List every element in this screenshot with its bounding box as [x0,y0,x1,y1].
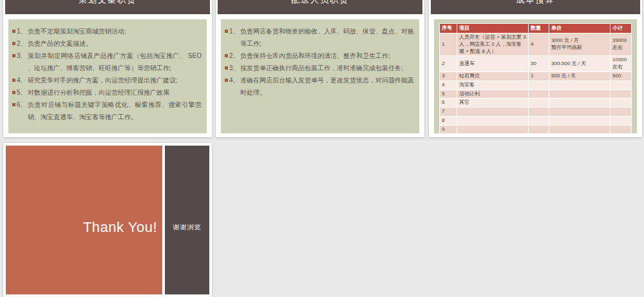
table-cell [549,99,611,108]
bullet-number: 3、 [229,62,240,74]
slide-thumbnail-delivery[interactable]: 配送人员职责 1、负责网店备货和物资的验收、入库、码放、保管、盘点、对账等工作;… [216,0,424,137]
slide-title-bar: 策划文案职责 [5,0,210,14]
thankyou-text: Thank You! [83,219,162,236]
table-row: 9 [440,125,632,133]
slide-title: 策划文案职责 [79,0,137,6]
table-cell: 活动让利 [457,90,529,99]
table-cell: 5 [440,90,457,99]
slide-sorter-page: 策划文案职责 1、负责不定期策划淘宝商城营销活动;2、负责产品的文案描述。3、策… [0,0,644,297]
table-cell: 人员开支（运营 + 策划文案 3 人，网店美工 2 人，淘宝客服 + 配送 8 … [457,34,529,56]
bullet-number: 4、 [229,74,240,99]
bullet-item: 3、按发货单正确执行商品包装工作，准时准确完成包装任务; [225,62,414,74]
slide-body: 1、负责不定期策划淘宝商城营销活动;2、负责产品的文案描述。3、策划并制定网络店… [8,19,207,133]
bullet-text: 负责对店铺与标题关键字策略优化、橱窗推荐、搜索引擎营销、淘宝直通车、淘宝客等推广… [28,99,202,123]
table-cell [611,116,632,125]
table-row: 4淘宝客 [440,81,632,90]
slide-title-bar: 配送人员职责 [218,0,422,14]
bullet-item: 4、准确在网店后台输入发货单号，更改发货状态，对问题件能及时处理。 [225,74,414,99]
table-cell [549,90,611,99]
bullet-square-icon [225,79,228,82]
table-cell: 其它 [457,99,529,108]
bullet-number: 4、 [17,74,28,86]
table-cell: 4 [440,81,457,90]
table-cell [457,116,529,125]
table-cell: 8 [440,116,457,125]
bullet-item: 5、对数据进行分析和挖掘，向运营经理汇报推广效果 [12,86,202,99]
slide-thumbnail-budget[interactable]: 成本预算 序号项目数量单价小计1人员开支（运营 + 策划文案 3 人，网店美工 … [429,0,642,137]
bullet-item: 1、负责网店备货和物资的验收、入库、码放、保管、盘点、对账等工作; [225,25,414,50]
table-cell [529,90,549,99]
slide-title: 配送人员职责 [291,0,349,6]
table-cell: 7 [440,108,457,117]
thankyou-panel: Thank You! [6,146,162,294]
slide-thumbnail-thankyou[interactable]: Thank You! 谢谢浏览 [3,143,212,297]
table-row: 2直通车30300-500 元 / 天10000 左右 [440,56,632,72]
table-cell: 3000 元 / 月 预付平均底薪 [549,34,611,56]
table-cell: 淘宝客 [457,81,529,90]
table-cell [549,116,611,125]
table-cell: 39000 左右 [611,34,632,56]
table-cell [549,81,611,90]
table-cell: 钻石展位 [457,72,529,81]
slide-title: 成本预算 [516,0,555,6]
table-header-cell: 单价 [549,24,611,34]
table-cell: 3 [440,72,457,81]
table-cell [549,125,611,133]
table-header-row: 序号项目数量单价小计 [440,24,632,34]
slide-body: 序号项目数量单价小计1人员开支（运营 + 策划文案 3 人，网店美工 2 人，淘… [434,19,637,133]
bullet-item: 4、研究竞争对手的推广方案，向运营经理提出推广建议; [12,74,202,86]
bullet-text: 策划并制定网络店铺及产品推广方案（包括淘宝推广、 SEO 、论坛推广、博客营销、… [28,50,202,74]
bullet-square-icon [12,103,15,106]
table-cell: 1 [529,72,549,81]
table-row: 1人员开支（运营 + 策划文案 3 人，网店美工 2 人，淘宝客服 + 配送 8… [440,34,632,56]
bullet-number: 1、 [229,25,240,50]
table-row: 7 [440,108,632,117]
table-cell [611,125,632,133]
table-header-cell: 数量 [529,24,549,34]
table-cell [529,108,549,117]
bullet-item: 2、负责产品的文案描述。 [12,37,202,50]
bullet-square-icon [12,54,15,57]
table-cell [457,125,529,133]
table-header-cell: 小计 [611,24,632,34]
table-cell [529,116,549,125]
bullet-number: 3、 [17,50,28,74]
table-cell: 4 [529,34,549,56]
table-cell: 6 [440,99,457,108]
table-row: 6其它 [440,99,632,108]
thankyou-sidebar: 谢谢浏览 [165,146,209,294]
table-cell: 300-500 元 / 天 [549,56,611,72]
bullet-square-icon [12,42,15,45]
table-cell [529,125,549,133]
bullet-text: 负责网店备货和物资的验收、入库、码放、保管、盘点、对账等工作; [240,25,414,50]
table-header-cell: 项目 [457,24,529,34]
table-cell: 500 [611,72,632,81]
table-cell: 2 [440,56,457,72]
table-cell: 1 [440,34,457,56]
slide-thumbnail-planning[interactable]: 策划文案职责 1、负责不定期策划淘宝商城营销活动;2、负责产品的文案描述。3、策… [3,0,212,137]
table-row: 3钻石展位1500 元 / 天500 [440,72,632,81]
bullet-item: 1、负责不定期策划淘宝商城营销活动; [12,25,202,37]
bullet-square-icon [12,30,15,33]
slide-body: 1、负责网店备货和物资的验收、入库、码放、保管、盘点、对账等工作;2、负责保持仓… [221,19,419,133]
bullet-text: 准确在网店后台输入发货单号，更改发货状态，对问题件能及时处理。 [240,74,414,99]
table-cell: 直通车 [457,56,529,72]
table-cell [529,99,549,108]
bullet-square-icon [225,30,228,33]
bullet-number: 1、 [17,25,28,37]
table-cell: 500 元 / 天 [549,72,611,81]
bullet-number: 2、 [229,50,240,62]
table-cell [611,99,632,108]
bullet-square-icon [225,66,228,70]
bullet-text: 研究竞争对手的推广方案，向运营经理提出推广建议; [28,74,202,86]
table-row: 8 [440,116,632,125]
table-cell: 30 [529,56,549,72]
table-cell [611,81,632,90]
bullet-number: 6、 [17,99,28,123]
bullet-text: 负责不定期策划淘宝商城营销活动; [28,25,202,37]
slide-title-bar: 成本预算 [431,0,640,14]
table-cell: 9 [440,125,457,133]
table-header-cell: 序号 [440,24,457,34]
table-cell [549,108,611,117]
bullet-square-icon [12,79,15,82]
